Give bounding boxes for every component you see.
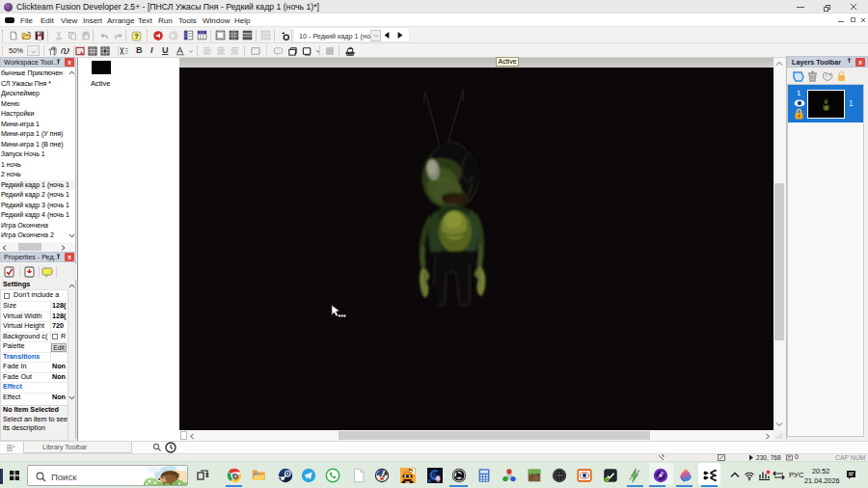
svg-text:?: ? [134,32,138,41]
